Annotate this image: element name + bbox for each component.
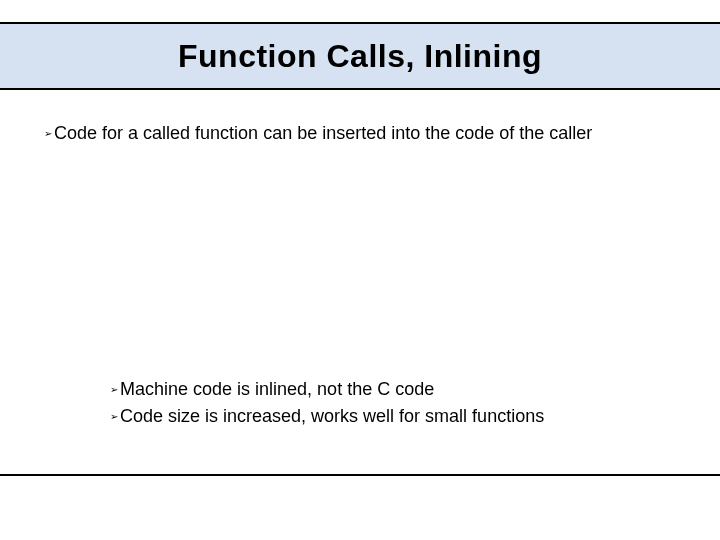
sub-bullet-text-0: Machine code is inlined, not the C code <box>120 378 434 401</box>
slide-title: Function Calls, Inlining <box>178 38 542 75</box>
sub-bullet: ➢ Machine code is inlined, not the C cod… <box>110 378 544 401</box>
sub-bullet-text-1: Code size is increased, works well for s… <box>120 405 544 428</box>
bullet-text-top: Code for a called function can be insert… <box>54 122 592 145</box>
footer-divider <box>0 474 720 476</box>
chevron-icon: ➢ <box>110 411 118 422</box>
sub-bullets: ➢ Machine code is inlined, not the C cod… <box>110 378 544 433</box>
sub-bullet: ➢ Code size is increased, works well for… <box>110 405 544 428</box>
bullet-top: ➢ Code for a called function can be inse… <box>44 122 592 145</box>
slide: Function Calls, Inlining ➢ Code for a ca… <box>0 0 720 540</box>
chevron-icon: ➢ <box>44 128 52 139</box>
chevron-icon: ➢ <box>110 384 118 395</box>
title-band: Function Calls, Inlining <box>0 22 720 90</box>
